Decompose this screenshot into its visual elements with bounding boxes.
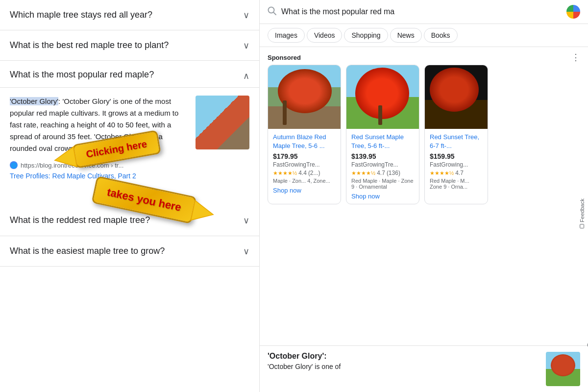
faq-question-1: Which maple tree stays red all year? (10, 9, 237, 21)
sponsored-label: Sponsored (268, 54, 301, 61)
search-bar: What is the most popular red ma (260, 0, 588, 24)
tab-shopping[interactable]: Shopping (344, 28, 388, 43)
shop-now-2[interactable]: Shop now (351, 193, 414, 200)
product-price-2: $139.95 (351, 152, 414, 160)
more-results-button[interactable]: MORE RESULTS (10, 188, 249, 196)
faq-expanded-3: What is the most popular red maple? ∧ 'O… (0, 61, 259, 205)
product-card-1[interactable]: Autumn Blaze Red Maple Tree, 5-6 ... $17… (268, 65, 341, 204)
product-price-3: $159.95 (430, 152, 483, 160)
snippet-preview-title: 'October Glory': (268, 352, 540, 361)
faq-answer-3: 'October Glory': 'October Glory' is one … (0, 96, 259, 205)
snippet-preview-body: 'October Glory' is one of (268, 363, 540, 370)
shop-now-1[interactable]: Shop now (273, 187, 336, 194)
feedback-label[interactable]: Feedback (579, 198, 585, 228)
svg-rect-2 (580, 224, 584, 228)
more-options-icon[interactable]: ⋮ (571, 52, 580, 63)
product-seller-2: FastGrowingTre... (351, 161, 414, 168)
globe-icon: 🌐 (10, 161, 18, 169)
rating-count-2: (136) (387, 170, 400, 176)
google-lens-icon[interactable] (566, 5, 580, 19)
snippet-text-block: 'October Glory': 'October Glory' is one … (268, 352, 540, 370)
product-info-2: Red Sunset Maple Tree, 5-6 ft-... $139.9… (346, 129, 419, 204)
product-card-3[interactable]: Red Sunset Tree, 6-7 ft-... $159.95 Fast… (424, 65, 488, 204)
product-tags-2: Red Maple · Maple · Zone 9 · Ornamental (351, 178, 414, 190)
faq-item-4[interactable]: What is the reddest red maple tree? ∨ (0, 205, 259, 236)
product-image-3 (425, 65, 488, 129)
faq-answer-body: : 'October Glory' is one of the most pop… (10, 97, 178, 152)
faq-question-2: What is the best red maple tree to plant… (10, 39, 237, 51)
faq-item-5[interactable]: What is the easiest maple tree to grow? … (0, 236, 259, 267)
product-name-2[interactable]: Red Sunset Maple Tree, 5-6 ft-... (351, 133, 414, 150)
product-image-1 (268, 65, 341, 129)
chevron-down-icon-4: ∨ (243, 215, 249, 226)
stars-3: ★★★★½ (430, 170, 454, 176)
faq-answer-text-3: 'October Glory': 'October Glory' is one … (10, 96, 188, 154)
chevron-up-icon-3: ∧ (243, 71, 249, 81)
faq-answer-image (196, 96, 249, 149)
highlight-october-glory: 'October Glory' (10, 97, 58, 105)
left-panel: Which maple tree stays red all year? ∨ W… (0, 0, 260, 392)
product-image-2 (346, 65, 419, 129)
source-line: 🌐 https://blog.irontreeservice.com › tr.… (10, 161, 249, 169)
rating-value-1: 4.4 (298, 170, 307, 176)
faq-item-1[interactable]: Which maple tree stays red all year? ∨ (0, 0, 259, 30)
chevron-down-icon-1: ∨ (243, 10, 249, 21)
chevron-down-icon-2: ∨ (243, 40, 249, 51)
chevron-down-icon-5: ∨ (243, 246, 249, 257)
stars-1: ★★★★½ (273, 170, 297, 176)
product-name-3[interactable]: Red Sunset Tree, 6-7 ft-... (430, 133, 483, 150)
search-query-display[interactable]: What is the most popular red ma (281, 7, 562, 16)
faq-expanded-header-3[interactable]: What is the most popular red maple? ∧ (0, 61, 259, 88)
rating-count-1: (2...) (308, 170, 320, 176)
product-card-2[interactable]: Red Sunset Maple Tree, 5-6 ft-... $139.9… (346, 65, 419, 204)
product-rating-2: ★★★★½ 4.7 (136) (351, 170, 414, 176)
search-tabs: Images Videos Shopping News Books (260, 24, 588, 47)
faq-question-4: What is the reddest red maple tree? (10, 214, 237, 226)
faq-item-2[interactable]: What is the best red maple tree to plant… (0, 30, 259, 61)
sponsored-row: Sponsored ⋮ (260, 47, 588, 65)
product-price-1: $179.95 (273, 152, 336, 160)
tab-news[interactable]: News (390, 28, 422, 43)
product-seller-3: FastGrowing... (430, 161, 483, 168)
product-info-1: Autumn Blaze Red Maple Tree, 5-6 ... $17… (268, 129, 341, 198)
product-tags-3: Red Maple · M... Zone 9 · Orna... (430, 178, 483, 190)
rating-value-3: 4.7 (455, 170, 464, 176)
product-name-1[interactable]: Autumn Blaze Red Maple Tree, 5-6 ... (273, 133, 336, 150)
snippet-preview-image (546, 352, 580, 386)
source-link[interactable]: Tree Profiles: Red Maple Cultivars, Part… (10, 172, 249, 180)
product-rating-3: ★★★★½ 4.7 (430, 170, 483, 176)
faq-question-3: What is the most popular red maple? (10, 70, 154, 80)
svg-line-1 (273, 12, 276, 15)
right-panel: What is the most popular red ma Images V… (260, 0, 588, 392)
product-seller-1: FastGrowingTre... (273, 161, 336, 168)
product-info-3: Red Sunset Tree, 6-7 ft-... $159.95 Fast… (425, 129, 488, 196)
product-rating-1: ★★★★½ 4.4 (2...) (273, 170, 336, 176)
product-tags-1: Maple · Zon... 4, Zone... (273, 178, 336, 184)
snippet-preview: 'October Glory': 'October Glory' is one … (260, 345, 588, 392)
source-url: https://blog.irontreeservice.com › tr... (21, 162, 123, 169)
tab-videos[interactable]: Videos (307, 28, 343, 43)
tab-images[interactable]: Images (268, 28, 305, 43)
answer-date: Sep 19... (78, 145, 103, 152)
search-icon (268, 6, 276, 18)
stars-2: ★★★★½ (351, 170, 375, 176)
tab-books[interactable]: Books (424, 28, 458, 43)
product-cards: Autumn Blaze Red Maple Tree, 5-6 ... $17… (260, 65, 588, 209)
faq-question-5: What is the easiest maple tree to grow? (10, 245, 237, 257)
rating-value-2: 4.7 (377, 170, 385, 176)
